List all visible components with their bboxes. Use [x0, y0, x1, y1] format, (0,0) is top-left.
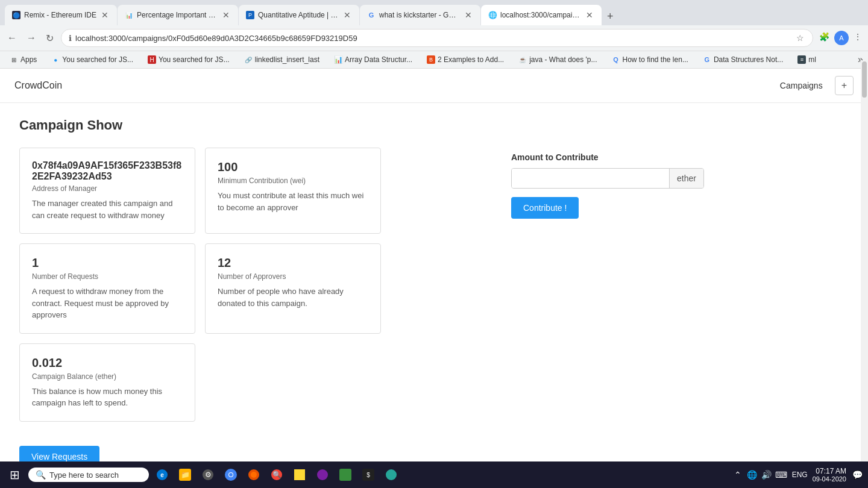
- svg-point-10: [251, 472, 257, 478]
- tab-quantitative[interactable]: P Quantitative Aptitude | PacketPre ✕: [239, 5, 359, 25]
- scrollbar-track[interactable]: [861, 60, 868, 461]
- bookmark-linkedlist[interactable]: 🔗 linkedlist_insert_last: [239, 54, 324, 66]
- start-button[interactable]: ⊞: [5, 465, 25, 482]
- taskbar-firefox-icon[interactable]: [244, 465, 263, 482]
- refresh-button[interactable]: ↻: [43, 30, 56, 46]
- min-contribution-value: 100: [218, 160, 368, 174]
- browser-chrome: 🔵 Remix - Ethereum IDE ✕ 📊 Percentage Im…: [0, 0, 868, 69]
- address-bar-row: ← → ↻ ℹ localhost:3000/campaigns/0xF0d5d…: [0, 25, 868, 51]
- navbar-right: Campaigns +: [773, 76, 854, 95]
- forward-button[interactable]: →: [24, 30, 39, 46]
- tab-close-percentage[interactable]: ✕: [221, 10, 231, 20]
- address-bar[interactable]: ℹ localhost:3000/campaigns/0xF0d5d60e89d…: [61, 29, 813, 47]
- tab-title-quantitative: Quantitative Aptitude | PacketPre: [258, 11, 339, 19]
- svg-point-8: [229, 473, 233, 477]
- cards-row-1: 0x78f4a09A9AF15f365F233B53f82E2FA39232Ad…: [19, 148, 381, 234]
- bookmark-examples[interactable]: B 2 Examples to Add...: [422, 54, 509, 66]
- browser-toolbar-icons: 🧩 A ⋮: [818, 31, 863, 45]
- taskbar-app-icon[interactable]: [382, 465, 401, 482]
- bookmark-ds[interactable]: G Data Structures Not...: [698, 54, 788, 66]
- taskbar-chrome-icon[interactable]: [221, 465, 241, 482]
- address-label: Address of Manager: [32, 184, 183, 193]
- bookmark-favicon-examples: B: [427, 55, 435, 64]
- campaigns-nav-link[interactable]: Campaigns: [773, 77, 830, 94]
- address-card: 0x78f4a09A9AF15f365F233B53f82E2FA39232Ad…: [19, 148, 195, 234]
- contribute-input[interactable]: [512, 169, 669, 188]
- bookmarks-bar: ⊞ Apps ● You searched for JS... H You se…: [0, 51, 868, 68]
- tab-title-localhost: localhost:3000/campaigns/0xF0c...: [500, 11, 581, 19]
- tab-close-quantitative[interactable]: ✕: [342, 10, 352, 20]
- num-approvers-value: 12: [218, 256, 368, 270]
- bookmark-array[interactable]: 📊 Array Data Structur...: [329, 54, 417, 66]
- bookmark-favicon-java: ☕: [518, 55, 527, 64]
- svg-point-18: [386, 469, 397, 480]
- bookmark-favicon-howto: Q: [611, 55, 620, 64]
- page-layout: 0x78f4a09A9AF15f365F233B53f82E2FA39232Ad…: [19, 148, 704, 468]
- scrollbar-thumb[interactable]: [862, 61, 867, 98]
- tab-favicon-kickstarter: G: [367, 11, 376, 19]
- taskbar-sticky-icon[interactable]: [290, 465, 309, 482]
- taskbar-search-text: Type here to search: [49, 471, 119, 480]
- new-campaign-button[interactable]: +: [835, 76, 854, 95]
- star-icon[interactable]: ☆: [795, 32, 805, 44]
- bookmark-favicon-ml: ≡: [797, 55, 806, 64]
- bookmark-js2[interactable]: H You searched for JS...: [143, 54, 234, 66]
- tab-favicon-quantitative: P: [246, 11, 254, 19]
- clock-date: 09-04-2020: [813, 475, 846, 482]
- contribute-button[interactable]: Contribute !: [511, 197, 579, 219]
- bookmark-apps[interactable]: ⊞ Apps: [5, 54, 42, 66]
- contribute-form-label: Amount to Contribute: [511, 152, 704, 162]
- taskbar-search-bar[interactable]: 🔍 Type here to search: [28, 468, 149, 482]
- bookmark-label-js2: You searched for JS...: [159, 55, 230, 64]
- profile-button[interactable]: A: [834, 31, 849, 45]
- svg-text:⚙: ⚙: [205, 471, 212, 479]
- num-requests-card: 1 Number of Requests A request to withdr…: [19, 243, 195, 334]
- taskbar-search-app-icon[interactable]: 🔍: [267, 465, 286, 482]
- bookmark-label-examples: 2 Examples to Add...: [438, 55, 504, 64]
- back-button[interactable]: ←: [5, 30, 19, 46]
- network-icon: 🌐: [746, 469, 758, 481]
- tab-close-remix[interactable]: ✕: [100, 10, 110, 20]
- taskbar-dev-icon[interactable]: [336, 465, 355, 482]
- contribute-input-group: ether: [511, 168, 704, 189]
- svg-point-14: [317, 469, 328, 480]
- tab-remix[interactable]: 🔵 Remix - Ethereum IDE ✕: [5, 5, 117, 25]
- bookmark-label-ds: Data Structures Not...: [714, 55, 783, 64]
- menu-icon[interactable]: ⋮: [852, 31, 863, 45]
- bookmark-ml[interactable]: ≡ ml: [793, 54, 821, 66]
- taskbar-mindmap-icon[interactable]: [313, 465, 332, 482]
- svg-text:🔍: 🔍: [272, 470, 281, 479]
- tab-percentage[interactable]: 📊 Percentage Important Formulas ✕: [118, 5, 238, 25]
- navbar: CrowdCoin Campaigns +: [0, 69, 868, 103]
- num-requests-label: Number of Requests: [32, 272, 183, 281]
- bookmark-favicon-linkedlist: 🔗: [244, 55, 253, 64]
- extensions-icon[interactable]: 🧩: [818, 31, 831, 45]
- tab-localhost[interactable]: 🌐 localhost:3000/campaigns/0xF0c... ✕: [481, 5, 602, 25]
- balance-label: Campaign Balance (ether): [32, 372, 183, 381]
- tab-close-localhost[interactable]: ✕: [585, 10, 594, 20]
- bookmark-js1[interactable]: ● You searched for JS...: [46, 54, 138, 66]
- taskbar-cmd-icon[interactable]: $: [359, 465, 378, 482]
- taskbar-explorer-icon[interactable]: 📁: [175, 465, 195, 482]
- bookmark-favicon-array: 📊: [334, 55, 342, 64]
- bookmark-label-js1: You searched for JS...: [62, 55, 133, 64]
- balance-card: 0.012 Campaign Balance (ether) This bala…: [19, 343, 195, 422]
- page-title: Campaign Show: [19, 117, 704, 133]
- svg-text:e: e: [160, 472, 164, 478]
- navbar-brand: CrowdCoin: [14, 80, 62, 91]
- new-tab-button[interactable]: +: [602, 8, 618, 25]
- tab-close-kickstarter[interactable]: ✕: [464, 10, 473, 20]
- bookmark-howto[interactable]: Q How to find the len...: [606, 54, 693, 66]
- bookmark-favicon-js2: H: [148, 55, 156, 64]
- svg-text:📁: 📁: [181, 470, 190, 479]
- taskbar-edge-icon[interactable]: e: [153, 465, 172, 482]
- taskbar-right: ⌃ 🌐 🔊 ⌨ ENG 07:17 AM 09-04-2020 💬: [732, 467, 863, 482]
- notification-icon[interactable]: 💬: [851, 469, 863, 481]
- cards-section: 0x78f4a09A9AF15f365F233B53f82E2FA39232Ad…: [19, 148, 487, 468]
- system-tray-icons: ⌃ 🌐 🔊 ⌨: [732, 469, 787, 481]
- balance-value: 0.012: [32, 356, 183, 370]
- tab-kickstarter[interactable]: G what is kickstarter - Google Sear... ✕: [360, 5, 480, 25]
- bookmark-java[interactable]: ☕ java - What does 'p...: [514, 54, 602, 66]
- taskbar-settings-icon[interactable]: ⚙: [198, 465, 218, 482]
- address-desc: The manager created this campaign and ca…: [32, 198, 183, 221]
